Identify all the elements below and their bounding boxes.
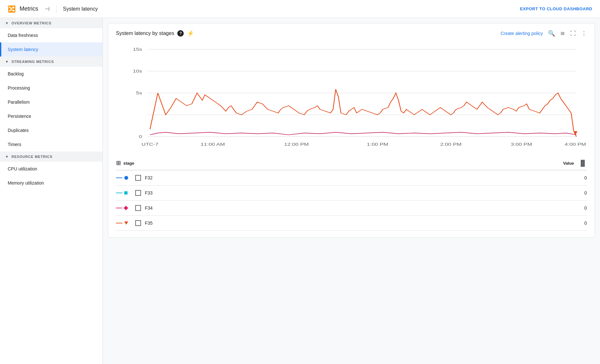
stage-label: stage [123, 161, 134, 166]
content-area: System latency by stages ? ⚡ Create aler… [103, 18, 600, 364]
sidebar-item-memory-utilization[interactable]: Memory utilization [0, 176, 102, 190]
f33-name: F33 [141, 190, 561, 195]
sidebar-item-cpu-utilization[interactable]: CPU utilization [0, 162, 102, 176]
app-icon: 🔀 [8, 5, 16, 13]
app-title: Metrics [20, 5, 38, 12]
chart-header: System latency by stages ? ⚡ Create aler… [116, 30, 587, 37]
app-branding: 🔀 Metrics ⊣ System latency [8, 5, 98, 13]
export-button[interactable]: EXPORT TO CLOUD DASHBOARD [520, 6, 592, 11]
svg-text:12:00 PM: 12:00 PM [284, 142, 309, 147]
sidebar-item-backlog[interactable]: Backlog [0, 67, 102, 81]
sidebar-item-persistence[interactable]: Persistence [0, 109, 102, 123]
f34-value: 0 [561, 205, 587, 211]
svg-text:4:00 PM: 4:00 PM [565, 142, 586, 147]
f35-checkbox[interactable] [135, 220, 141, 226]
divider [56, 5, 57, 13]
page-title: System latency [63, 6, 98, 12]
chart-title-group: System latency by stages ? ⚡ [116, 30, 194, 37]
sidebar: ▼ OVERVIEW METRICS Data freshness System… [0, 18, 103, 364]
resource-section-header[interactable]: ▼ RESOURCE METRICS [0, 152, 102, 162]
overview-section-label: OVERVIEW METRICS [12, 21, 51, 25]
svg-text:2:00 PM: 2:00 PM [440, 142, 462, 147]
svg-text:1:00 PM: 1:00 PM [367, 142, 388, 147]
f35-indicator [116, 221, 135, 225]
svg-text:15s: 15s [133, 47, 142, 52]
resource-section-label: RESOURCE METRICS [12, 155, 53, 159]
f32-value: 0 [561, 175, 587, 180]
chart-actions: Create alerting policy 🔍 ≅ ⛶ ⋮ [500, 30, 587, 37]
svg-text:3:00 PM: 3:00 PM [511, 142, 532, 147]
columns-icon: ▐▌ [578, 160, 587, 167]
chevron-down-icon-resource: ▼ [5, 155, 9, 159]
f32-checkbox[interactable] [135, 175, 141, 181]
f34-checkbox[interactable] [135, 205, 141, 211]
chart-card: System latency by stages ? ⚡ Create aler… [108, 23, 595, 238]
legend-row-f34: F34 0 [116, 201, 587, 216]
f33-square [124, 191, 128, 195]
f32-indicator [116, 176, 135, 180]
columns-toggle[interactable]: ▐▌ [574, 160, 587, 167]
legend-row-f32: F32 0 [116, 170, 587, 186]
f35-line [116, 223, 122, 223]
chart-title: System latency by stages [116, 30, 174, 36]
top-bar: 🔀 Metrics ⊣ System latency EXPORT TO CLO… [0, 0, 600, 18]
create-alert-button[interactable]: Create alerting policy [500, 31, 543, 36]
legend-row-f35: F35 0 [116, 216, 587, 231]
sidebar-item-processing[interactable]: Processing [0, 81, 102, 95]
value-column-header: Value [548, 161, 574, 166]
f35-name: F35 [141, 221, 561, 226]
svg-text:5s: 5s [136, 91, 142, 95]
streaming-section-label: STREAMING METRICS [12, 60, 54, 64]
legend-icon[interactable]: ≅ [560, 30, 565, 37]
svg-text:UTC-7: UTC-7 [142, 142, 159, 147]
sidebar-item-system-latency[interactable]: System latency [0, 42, 102, 56]
stage-column-header: ⊞ stage [116, 160, 548, 167]
svg-text:10s: 10s [133, 69, 142, 74]
overview-section-header[interactable]: ▼ OVERVIEW METRICS [0, 18, 102, 28]
f33-checkbox[interactable] [135, 190, 141, 196]
sidebar-item-timers[interactable]: Timers [0, 137, 102, 152]
sidebar-item-duplicates[interactable]: Duplicates [0, 123, 102, 137]
f33-value: 0 [561, 190, 587, 195]
anomaly-detection-icon[interactable]: ⚡ [187, 30, 194, 37]
collapse-sidebar-icon[interactable]: ⊣ [45, 5, 50, 13]
f33-line [116, 193, 122, 193]
chevron-down-icon-streaming: ▼ [5, 60, 9, 64]
f34-line [116, 208, 122, 208]
help-icon[interactable]: ? [177, 30, 184, 37]
f32-dot [124, 176, 128, 180]
chart-svg: 15s 10s 5s 0 UTC-7 11:00 AM 12:00 PM 1:0… [116, 42, 587, 151]
f34-name: F34 [141, 205, 561, 211]
f34-diamond [124, 206, 128, 210]
legend-table: ⊞ stage Value ▐▌ [116, 156, 587, 231]
f35-triangle [124, 221, 128, 225]
f33-indicator [116, 191, 135, 195]
chevron-down-icon: ▼ [5, 21, 9, 25]
streaming-section-header[interactable]: ▼ STREAMING METRICS [0, 56, 102, 67]
svg-text:0: 0 [139, 134, 142, 139]
main-layout: ▼ OVERVIEW METRICS Data freshness System… [0, 18, 600, 364]
fullscreen-icon[interactable]: ⛶ [570, 30, 576, 37]
f35-value: 0 [561, 221, 587, 226]
svg-text:11:00 AM: 11:00 AM [201, 142, 225, 147]
sidebar-item-parallelism[interactable]: Parallelism [0, 95, 102, 109]
chart-area: 15s 10s 5s 0 UTC-7 11:00 AM 12:00 PM 1:0… [116, 42, 587, 151]
more-options-icon[interactable]: ⋮ [581, 30, 587, 37]
search-icon[interactable]: 🔍 [548, 30, 555, 37]
legend-row-f33: F33 0 [116, 186, 587, 201]
f32-name: F32 [141, 175, 561, 180]
f34-indicator [116, 206, 135, 210]
f32-line [116, 178, 122, 178]
stage-grid-icon: ⊞ [116, 160, 121, 167]
legend-table-header: ⊞ stage Value ▐▌ [116, 156, 587, 170]
sidebar-item-data-freshness[interactable]: Data freshness [0, 28, 102, 42]
